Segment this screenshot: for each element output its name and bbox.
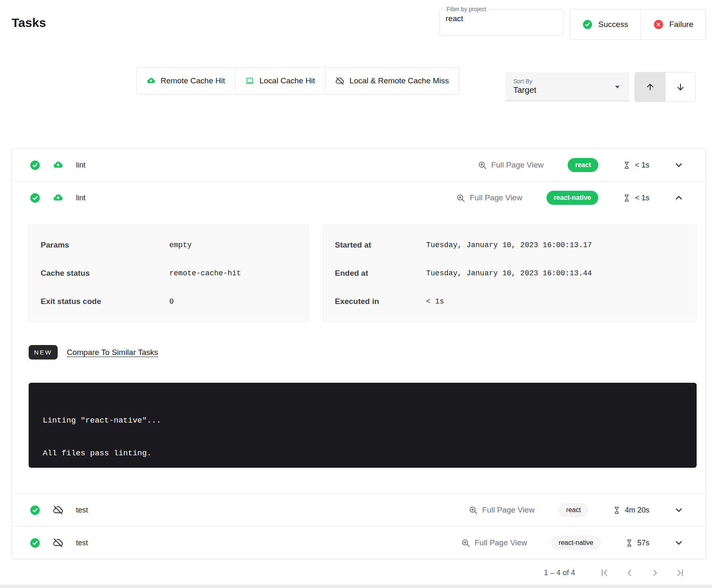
success-status-icon — [30, 538, 40, 548]
cloud-off-icon — [335, 76, 344, 85]
detail-panels: Params empty Cache status remote-cache-h… — [29, 225, 697, 322]
success-icon — [583, 19, 593, 29]
hourglass-icon — [625, 539, 634, 547]
sort-by-select[interactable]: Sort By Target — [505, 72, 629, 101]
cloud-off-icon — [53, 505, 63, 515]
arrow-down-icon — [675, 82, 685, 92]
hourglass-icon — [622, 194, 631, 202]
cloud-download-icon — [53, 160, 63, 170]
ended-at-label: Ended at — [335, 269, 426, 278]
sort-by-label: Sort By — [513, 78, 536, 85]
cloud-download-icon — [146, 76, 156, 85]
failure-filter-button[interactable]: Failure — [641, 10, 706, 39]
params-value: empty — [169, 241, 192, 249]
full-page-view-button[interactable]: Full Page View — [468, 505, 534, 515]
sort-ascending-button[interactable] — [635, 73, 665, 102]
task-row: test Full Page View react-native 57s — [12, 526, 706, 559]
executed-in-label: Executed in — [335, 297, 426, 306]
chevron-up-icon — [673, 192, 684, 203]
task-row-header[interactable]: lint Full Page View react-native < 1s — [12, 182, 706, 214]
hourglass-icon — [612, 506, 621, 515]
project-badge: react-native — [546, 191, 599, 205]
sort-descending-button[interactable] — [665, 73, 695, 102]
next-page-button[interactable] — [650, 568, 660, 578]
toolbar: Remote Cache Hit Local Cache Hit Local &… — [12, 67, 696, 102]
local-cache-hit-label: Local Cache Hit — [259, 76, 315, 85]
expand-chevron-button[interactable] — [673, 537, 684, 548]
last-page-button[interactable] — [675, 568, 685, 578]
zoom-in-icon — [468, 505, 478, 515]
remote-cache-hit-filter[interactable]: Remote Cache Hit — [137, 68, 235, 94]
chevron-left-icon — [624, 568, 635, 578]
success-filter-button[interactable]: Success — [570, 10, 641, 39]
caret-down-icon — [612, 81, 623, 92]
terminal-line: All files pass linting. — [43, 449, 683, 458]
sort-by-texts: Sort By Target — [513, 78, 536, 95]
task-row-left: lint — [30, 192, 85, 203]
params-row: Params empty — [41, 231, 297, 259]
ended-at-row: Ended at Tuesday, January 10, 2023 16:00… — [335, 259, 685, 287]
task-row: test Full Page View react 4m 20s — [12, 493, 706, 526]
expand-chevron-button[interactable] — [673, 505, 684, 515]
ended-at-value: Tuesday, January 10, 2023 16:00:13.44 — [426, 269, 592, 277]
task-row-left: test — [30, 537, 88, 548]
page-title: Tasks — [12, 16, 46, 30]
started-at-label: Started at — [335, 241, 426, 250]
success-filter-label: Success — [598, 20, 628, 29]
success-status-icon — [30, 193, 40, 203]
first-page-button[interactable] — [599, 568, 610, 578]
success-status-icon — [30, 160, 40, 170]
project-filter-input[interactable] — [445, 12, 558, 27]
task-row-header[interactable]: test Full Page View react 4m 20s — [12, 494, 706, 526]
collapse-chevron-button[interactable] — [673, 192, 684, 203]
exit-code-row: Exit status code 0 — [41, 287, 297, 316]
bottom-divider — [0, 585, 712, 588]
project-filter-field: Filter by project — [439, 6, 564, 36]
chevron-down-icon — [673, 537, 684, 548]
task-row-right: Full Page View react < 1s — [478, 158, 684, 172]
full-page-view-button[interactable]: Full Page View — [478, 160, 544, 170]
full-page-view-button[interactable]: Full Page View — [461, 538, 527, 548]
task-duration: < 1s — [622, 161, 649, 170]
exit-code-label: Exit status code — [41, 297, 169, 306]
chevron-down-icon — [673, 160, 684, 170]
cache-miss-filter[interactable]: Local & Remote Cache Miss — [325, 68, 459, 94]
params-label: Params — [41, 241, 169, 250]
full-page-view-label: Full Page View — [482, 505, 534, 515]
task-row-right: Full Page View react 4m 20s — [468, 503, 684, 517]
task-duration: 57s — [625, 539, 649, 547]
task-row-right: Full Page View react-native 57s — [461, 536, 684, 550]
last-page-icon — [675, 568, 685, 578]
compare-to-similar-tasks-link[interactable]: Compare To Similar Tasks — [67, 348, 158, 357]
task-row-header[interactable]: test Full Page View react-native 57s — [12, 527, 706, 559]
task-row-right: Full Page View react-native < 1s — [456, 191, 684, 205]
success-status-icon — [30, 505, 40, 515]
status-filter-group: Success Failure — [570, 9, 706, 40]
task-name: lint — [76, 194, 85, 202]
previous-page-button[interactable] — [624, 568, 635, 578]
full-page-view-button[interactable]: Full Page View — [456, 193, 522, 203]
task-duration-label: 4m 20s — [625, 506, 649, 515]
exit-code-value: 0 — [169, 297, 174, 306]
remote-cache-hit-label: Remote Cache Hit — [161, 76, 225, 85]
full-page-view-label: Full Page View — [470, 193, 522, 202]
task-row-expanded: lint Full Page View react-native < 1s — [12, 181, 706, 493]
task-row-header[interactable]: lint Full Page View react < 1s — [12, 149, 706, 181]
chevron-right-icon — [650, 568, 660, 578]
full-page-view-label: Full Page View — [475, 538, 527, 547]
failure-filter-label: Failure — [669, 20, 693, 29]
params-panel: Params empty Cache status remote-cache-h… — [29, 225, 309, 322]
compare-row: NEW Compare To Similar Tasks — [29, 345, 697, 360]
executed-in-value: < 1s — [426, 297, 444, 306]
zoom-in-icon — [456, 193, 466, 203]
expand-chevron-button[interactable] — [673, 160, 684, 170]
cache-status-label: Cache status — [41, 269, 169, 278]
task-duration-label: < 1s — [635, 161, 649, 170]
executed-in-row: Executed in < 1s — [335, 287, 685, 316]
terminal-output: Linting "react-native"... All files pass… — [29, 383, 697, 468]
zoom-in-icon — [461, 538, 471, 548]
cache-status-row: Cache status remote-cache-hit — [41, 259, 297, 287]
zoom-in-icon — [478, 160, 487, 170]
cloud-off-icon — [53, 537, 63, 548]
local-cache-hit-filter[interactable]: Local Cache Hit — [235, 68, 325, 94]
